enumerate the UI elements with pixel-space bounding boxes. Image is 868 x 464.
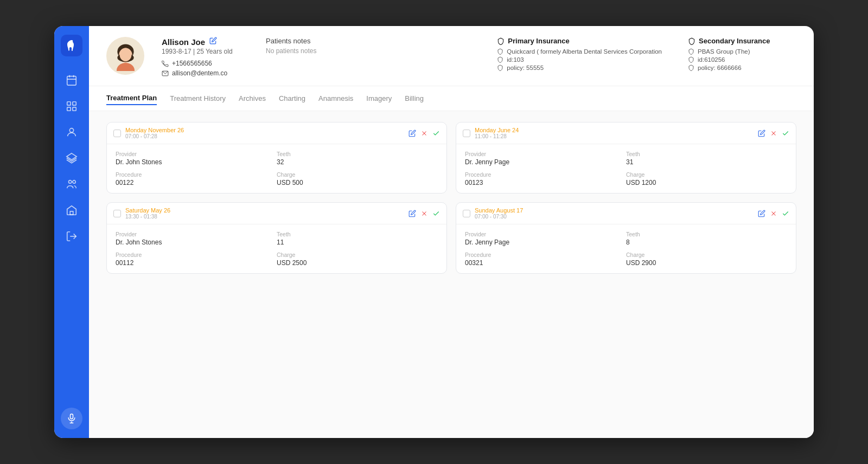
- card-4-checkbox[interactable]: [463, 210, 470, 217]
- app-logo: [61, 35, 82, 56]
- card-3-header: Saturday May 26 13:30 - 01:38: [107, 203, 446, 224]
- tab-treatment-plan[interactable]: Treatment Plan: [106, 92, 157, 105]
- card-1-approve-button[interactable]: [432, 130, 440, 137]
- sidebar-item-home[interactable]: [61, 199, 82, 221]
- primary-insurance-title: Primary Insurance: [497, 37, 662, 45]
- card-4-header: Sunday August 17 07:00 - 07:30: [456, 203, 796, 224]
- secondary-insurance-id: id:610256: [688, 56, 796, 63]
- card-2-approve-icon: [782, 130, 789, 137]
- notes-value: No patients notes: [266, 47, 342, 55]
- card-3-approve-icon: [432, 210, 440, 217]
- card-4-charge: USD 2900: [626, 259, 787, 267]
- card-4-provider-label: Provider: [465, 231, 626, 237]
- sidebar-item-team[interactable]: [61, 173, 82, 195]
- card-2-date: Monday June 24: [475, 127, 519, 133]
- card-2-charge-label: Charge: [626, 171, 787, 178]
- patient-dob: 1993-8-17 | 25 Years old: [162, 48, 248, 55]
- card-2-procedure: 00123: [465, 179, 626, 186]
- card-1-header: Monday November 26 07:00 - 07:28: [107, 123, 446, 144]
- patient-email: allison@dentem.co: [162, 69, 248, 77]
- tab-archives[interactable]: Archives: [239, 92, 266, 105]
- card-4-procedure: 00321: [465, 259, 626, 267]
- primary-insurance-policy: policy: 55555: [497, 65, 662, 71]
- treatment-cards-grid: Monday November 26 07:00 - 07:28: [106, 122, 796, 274]
- card-4-approve-icon: [782, 210, 789, 217]
- svg-rect-12: [70, 211, 73, 215]
- card-4-delete-icon: [770, 210, 777, 217]
- card-3-checkbox[interactable]: [113, 210, 121, 217]
- secondary-insurance-policy: policy: 6666666: [688, 65, 796, 71]
- card-4-edit-icon: [758, 210, 765, 217]
- card-1-edit-button[interactable]: [409, 130, 416, 137]
- card-3-teeth: 11: [277, 239, 438, 246]
- tab-anamnesis[interactable]: Anamnesis: [318, 92, 353, 105]
- insurance-section: Primary Insurance Quickcard ( formely Al…: [497, 37, 796, 73]
- card-3-provider: Dr. John Stones: [116, 239, 277, 246]
- card-3-procedure: 00112: [116, 259, 277, 267]
- email-icon: [162, 70, 169, 77]
- card-4-time: 07:00 - 07:30: [475, 214, 523, 220]
- shield-policy-icon: [497, 65, 503, 71]
- phone-icon: [162, 60, 169, 67]
- card-2-time: 11:00 - 11:28: [475, 133, 519, 139]
- card-2-checkbox[interactable]: [463, 130, 470, 137]
- tab-charting[interactable]: Charting: [279, 92, 305, 105]
- avatar-image: [111, 41, 141, 71]
- sidebar-item-logout[interactable]: [61, 225, 82, 247]
- card-3-delete-icon: [420, 210, 428, 217]
- secondary-shield-icon: [688, 37, 695, 45]
- card-3-approve-button[interactable]: [432, 210, 440, 217]
- patient-phone: +1566565656: [162, 60, 248, 67]
- card-2-delete-button[interactable]: [770, 130, 777, 137]
- svg-point-21: [119, 48, 131, 61]
- secondary-insurance: Secondary Insurance PBAS Group (The) id:…: [688, 37, 796, 73]
- card-4-provider: Dr. Jenny Page: [465, 239, 626, 246]
- card-1-delete-button[interactable]: [420, 130, 428, 137]
- content-area: Monday November 26 07:00 - 07:28: [89, 111, 814, 438]
- tab-imagery[interactable]: Imagery: [366, 92, 392, 105]
- svg-rect-5: [73, 102, 76, 105]
- secondary-shield-policy-icon: [688, 65, 694, 71]
- card-1-provider-label: Provider: [116, 151, 277, 157]
- card-2-edit-icon: [758, 130, 765, 137]
- svg-rect-6: [67, 107, 71, 111]
- card-1-edit-icon: [409, 130, 416, 137]
- microphone-button[interactable]: [61, 408, 82, 429]
- card-2-approve-button[interactable]: [782, 130, 789, 137]
- tooth-logo-icon: [65, 39, 78, 52]
- card-1-procedure: 00122: [116, 179, 277, 186]
- notes-title: Patients notes: [266, 37, 342, 45]
- treatment-card-4: Sunday August 17 07:00 - 07:30: [456, 202, 796, 274]
- treatment-card-1: Monday November 26 07:00 - 07:28: [106, 122, 447, 194]
- svg-point-8: [69, 128, 73, 132]
- svg-point-11: [73, 181, 76, 184]
- card-4-delete-button[interactable]: [770, 210, 777, 217]
- card-1-provider: Dr. John Stones: [116, 158, 277, 166]
- sidebar-item-dashboard[interactable]: [61, 95, 82, 117]
- shield-id-icon: [497, 56, 503, 63]
- card-2-edit-button[interactable]: [758, 130, 765, 137]
- sidebar-item-layers[interactable]: [61, 147, 82, 169]
- card-1-charge: USD 500: [277, 179, 438, 186]
- card-3-delete-button[interactable]: [420, 210, 428, 217]
- sidebar-item-calendar[interactable]: [61, 69, 82, 91]
- tab-billing[interactable]: Billing: [405, 92, 424, 105]
- shield-icon: [497, 37, 505, 45]
- main-content: Allison Joe 1993-8-17 | 25 Years old +15…: [89, 26, 814, 438]
- card-2-header: Monday June 24 11:00 - 11:28: [456, 123, 796, 144]
- card-1-checkbox[interactable]: [113, 130, 121, 137]
- card-4-edit-button[interactable]: [758, 210, 765, 217]
- card-2-teeth: 31: [626, 158, 787, 166]
- patient-header: Allison Joe 1993-8-17 | 25 Years old +15…: [89, 26, 814, 86]
- sidebar: [54, 26, 89, 438]
- card-3-edit-button[interactable]: [409, 210, 416, 217]
- treatment-card-2: Monday June 24 11:00 - 11:28: [456, 122, 796, 194]
- card-2-provider: Dr. Jenny Page: [465, 158, 626, 166]
- card-4-teeth: 8: [626, 239, 787, 246]
- card-4-approve-button[interactable]: [782, 210, 789, 217]
- tab-treatment-history[interactable]: Treatment History: [170, 92, 226, 105]
- edit-patient-button[interactable]: [209, 37, 217, 47]
- card-2-charge: USD 1200: [626, 179, 787, 186]
- patient-avatar: [106, 37, 144, 75]
- sidebar-item-patient[interactable]: [61, 121, 82, 143]
